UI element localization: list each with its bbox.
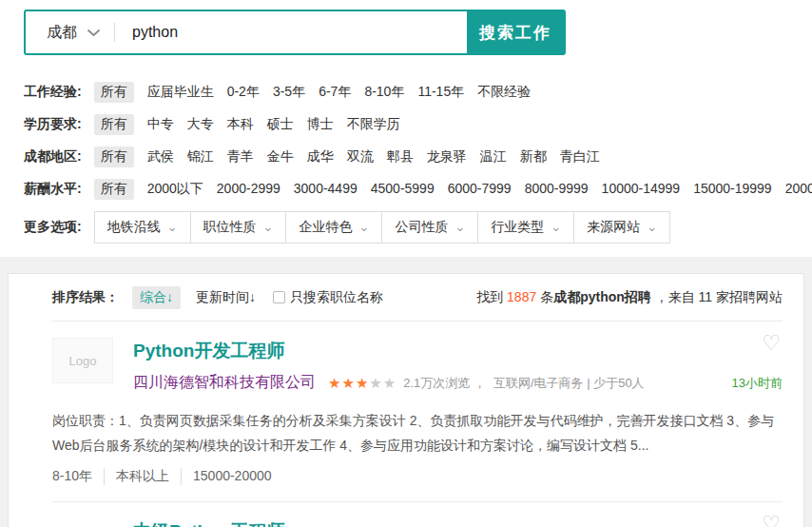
job-tag: 8-10年 bbox=[52, 468, 92, 485]
filter-option[interactable]: 不限学历 bbox=[340, 114, 407, 135]
filter-option[interactable]: 本科 bbox=[221, 114, 261, 135]
filter-option[interactable]: 双流 bbox=[340, 146, 380, 167]
company-logo-bbd: BBD bbox=[52, 518, 113, 527]
site-count: 11 bbox=[699, 289, 713, 304]
filter-option[interactable]: 不限经验 bbox=[471, 82, 537, 103]
filter-option[interactable]: 郫县 bbox=[380, 146, 420, 167]
filter-dropdown-label: 地铁沿线 bbox=[107, 219, 161, 236]
filter-option[interactable]: 龙泉驿 bbox=[420, 146, 474, 167]
filter-option[interactable]: 2000以下 bbox=[141, 179, 210, 200]
filter-option[interactable]: 锦江 bbox=[181, 146, 221, 167]
company-meta: 互联网/电子商务 | 少于50人 bbox=[493, 375, 645, 392]
filter-option[interactable]: 6-7年 bbox=[312, 82, 358, 103]
filter-label: 更多选项: bbox=[24, 219, 82, 236]
job-tag: 本科以上 bbox=[104, 468, 169, 485]
filter-dropdown[interactable]: 公司性质⌄ bbox=[381, 211, 478, 244]
city-label: 成都 bbox=[47, 23, 77, 43]
filter-option[interactable]: 金牛 bbox=[261, 146, 300, 167]
views-count: 2.1万次浏览 ， bbox=[403, 375, 486, 392]
filter-option[interactable]: 4500-5999 bbox=[364, 179, 441, 200]
filter-selected-all[interactable]: 所有 bbox=[94, 82, 134, 103]
sort-label: 排序结果： bbox=[52, 289, 119, 306]
job-title-only-checkbox[interactable] bbox=[273, 291, 285, 303]
filter-option[interactable]: 10000-14999 bbox=[595, 179, 687, 200]
filter-option[interactable]: 成华 bbox=[300, 146, 340, 167]
job-tag: 15000-20000 bbox=[181, 468, 272, 485]
company-logo-placeholder: Logo bbox=[52, 338, 113, 383]
filter-dropdown[interactable]: 地铁沿线⌄ bbox=[94, 211, 191, 244]
sort-by-time-button[interactable]: 更新时间↓ bbox=[196, 289, 256, 306]
filter-option[interactable]: 0-2年 bbox=[221, 82, 266, 103]
filter-option[interactable]: 大专 bbox=[181, 114, 221, 135]
filter-options: 中专大专本科硕士博士不限学历 bbox=[141, 114, 407, 135]
job-title-only-label: 只搜索职位名称 bbox=[290, 289, 383, 306]
sort-bar: 排序结果： 综合↓ 更新时间↓ 只搜索职位名称 找到 1887 条成都pytho… bbox=[52, 274, 783, 322]
result-keyword: 成都python招聘 bbox=[553, 289, 651, 304]
filter-selected-all[interactable]: 所有 bbox=[94, 114, 134, 135]
job-description: 岗位职责：1、负责网页数据采集任务的分析及采集方案设计 2、负责抓取功能开发与代… bbox=[52, 408, 783, 458]
filter-dropdown[interactable]: 行业类型⌄ bbox=[477, 211, 574, 244]
filter-option[interactable]: 3000-4499 bbox=[287, 179, 364, 200]
search-job-button[interactable]: 搜索工作 bbox=[467, 11, 564, 53]
chevron-down-icon: ⌄ bbox=[647, 224, 657, 231]
job-tags: 8-10年本科以上15000-20000 bbox=[52, 468, 783, 485]
result-summary: 找到 1887 条成都python招聘 ，来自 11 家招聘网站 bbox=[476, 289, 783, 306]
filter-option[interactable]: 博士 bbox=[300, 114, 340, 135]
filter-option[interactable]: 青羊 bbox=[221, 146, 261, 167]
filter-label: 学历要求: bbox=[24, 116, 82, 133]
filter-option[interactable]: 8-10年 bbox=[358, 82, 411, 103]
filter-selected-all[interactable]: 所有 bbox=[94, 146, 134, 167]
filter-option[interactable]: 中专 bbox=[141, 114, 181, 135]
filter-option[interactable]: 8000-9999 bbox=[518, 179, 595, 200]
chevron-down-icon: ⌄ bbox=[551, 224, 561, 231]
job-search-page: 成都 搜索工作 工作经验: 所有 应届毕业生0-2年3-5年6-7年8-10年1… bbox=[0, 10, 812, 255]
filter-options: 武侯锦江青羊金牛成华双流郫县龙泉驿温江新都青白江 bbox=[141, 146, 607, 167]
filter-dropdown[interactable]: 企业特色⌄ bbox=[285, 211, 382, 244]
filter-dropdown-label: 行业类型 bbox=[491, 219, 544, 236]
job-listing: ♡ Logo Python开发工程师 四川海德智和科技有限公司 ★★★★★ 2.… bbox=[52, 322, 783, 502]
more-options-group: 地铁沿线⌄职位性质⌄企业特色⌄公司性质⌄行业类型⌄来源网站⌄ bbox=[94, 211, 669, 244]
filter-option[interactable]: 20000- bbox=[779, 179, 812, 200]
filter-selected-all[interactable]: 所有 bbox=[94, 179, 134, 200]
filter-option[interactable]: 15000-19999 bbox=[686, 179, 779, 200]
title-only-filter[interactable]: 只搜索职位名称 bbox=[273, 289, 383, 306]
filter-label: 工作经验: bbox=[24, 84, 82, 101]
filter-label: 薪酬水平: bbox=[24, 181, 82, 198]
filter-option[interactable]: 青白江 bbox=[553, 146, 607, 167]
company-link[interactable]: 四川海德智和科技有限公司 bbox=[133, 373, 316, 393]
filter-option[interactable]: 硕士 bbox=[261, 114, 300, 135]
filter-option[interactable]: 武侯 bbox=[141, 146, 181, 167]
filter-option[interactable]: 3-5年 bbox=[266, 82, 312, 103]
filter-row-experience: 工作经验: 所有 应届毕业生0-2年3-5年6-7年8-10年11-15年不限经… bbox=[24, 82, 812, 103]
rating-stars: ★★★★★ bbox=[328, 375, 396, 392]
filter-dropdown-label: 公司性质 bbox=[395, 219, 448, 236]
results-section: 排序结果： 综合↓ 更新时间↓ 只搜索职位名称 找到 1887 条成都pytho… bbox=[0, 257, 812, 527]
filter-row-education: 学历要求: 所有 中专大专本科硕士博士不限学历 bbox=[24, 114, 812, 135]
filter-option[interactable]: 6000-7999 bbox=[441, 179, 518, 200]
heart-icon[interactable]: ♡ bbox=[762, 333, 781, 354]
filter-row-more-options: 更多选项: 地铁沿线⌄职位性质⌄企业特色⌄公司性质⌄行业类型⌄来源网站⌄ bbox=[24, 211, 812, 244]
filter-options: 应届毕业生0-2年3-5年6-7年8-10年11-15年不限经验 bbox=[141, 82, 538, 103]
filter-row-salary: 薪酬水平: 所有 2000以下2000-29993000-44994500-59… bbox=[24, 179, 812, 200]
chevron-down-icon: ⌄ bbox=[263, 224, 274, 231]
chevron-down-icon bbox=[87, 29, 101, 37]
filter-option[interactable]: 新都 bbox=[513, 146, 553, 167]
filter-options: 2000以下2000-29993000-44994500-59996000-79… bbox=[141, 179, 812, 200]
filter-section: 工作经验: 所有 应届毕业生0-2年3-5年6-7年8-10年11-15年不限经… bbox=[24, 82, 812, 255]
sort-comprehensive-button[interactable]: 综合↓ bbox=[132, 286, 181, 309]
search-input[interactable] bbox=[115, 11, 467, 53]
posted-time: 13小时前 bbox=[732, 375, 783, 392]
city-selector[interactable]: 成都 bbox=[26, 11, 114, 53]
job-title-link[interactable]: 中级Python工程师 bbox=[133, 519, 783, 527]
chevron-down-icon: ⌄ bbox=[167, 224, 178, 231]
heart-icon[interactable]: ♡ bbox=[762, 514, 781, 527]
filter-option[interactable]: 11-15年 bbox=[411, 82, 471, 103]
filter-row-district: 成都地区: 所有 武侯锦江青羊金牛成华双流郫县龙泉驿温江新都青白江 bbox=[24, 146, 812, 167]
filter-option[interactable]: 应届毕业生 bbox=[141, 82, 221, 103]
filter-option[interactable]: 2000-2999 bbox=[210, 179, 287, 200]
filter-dropdown[interactable]: 职位性质⌄ bbox=[190, 211, 287, 244]
job-title-link[interactable]: Python开发工程师 bbox=[133, 339, 783, 363]
filter-dropdown-label: 职位性质 bbox=[203, 219, 257, 236]
filter-option[interactable]: 温江 bbox=[474, 146, 513, 167]
filter-dropdown[interactable]: 来源网站⌄ bbox=[573, 211, 670, 244]
